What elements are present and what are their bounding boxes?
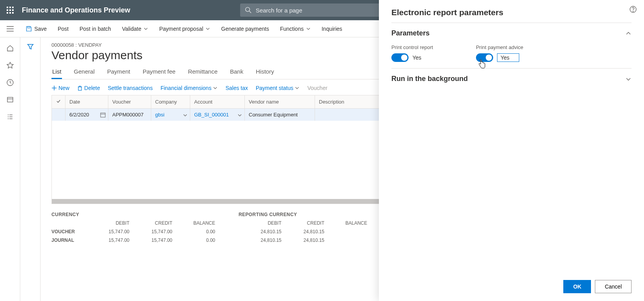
new-button[interactable]: New [51,85,69,91]
tab-payment[interactable]: Payment [106,65,131,79]
svg-rect-2 [12,7,14,8]
delete-button[interactable]: Delete [77,85,100,91]
col-account[interactable]: Account [190,95,245,109]
help-icon[interactable] [629,5,637,14]
inquiries-button[interactable]: Inquiries [316,20,348,37]
payment-status-dropdown[interactable]: Payment status [256,85,300,91]
svg-rect-1 [9,7,11,8]
panel-title: Electronic report parameters [391,8,632,17]
reporting-currency-label: REPORTING CURRENCY [239,212,367,217]
recent-icon[interactable] [2,75,18,90]
svg-rect-26 [78,87,81,90]
chevron-down-icon [306,26,311,31]
col-debit: DEBIT [87,219,129,227]
svg-point-9 [246,7,250,12]
home-icon[interactable] [2,40,18,56]
col-credit-r: CREDIT [281,219,324,227]
svg-rect-16 [7,97,13,102]
print-advice-value: Yes [497,53,519,62]
post-in-batch-button[interactable]: Post in batch [74,20,117,37]
chevron-down-icon [625,76,632,82]
row-voucher: VOUCHER [51,227,87,236]
financial-dimensions-dropdown[interactable]: Financial dimensions [161,85,218,91]
parameters-section-toggle[interactable]: Parameters [391,29,632,37]
col-company[interactable]: Company [151,95,190,109]
chevron-down-icon [205,26,210,31]
chevron-down-icon [213,86,218,90]
col-voucher[interactable]: Voucher [108,95,151,109]
modules-icon[interactable] [2,109,18,125]
voucher-button[interactable]: Voucher [307,85,327,91]
col-balance-r: BALANCE [324,219,367,227]
filter-icon[interactable] [27,43,34,301]
cell-date[interactable]: 6/2/2020 [65,109,108,121]
tab-list[interactable]: List [51,65,62,79]
svg-rect-5 [12,9,14,11]
print-advice-toggle[interactable] [476,53,493,62]
svg-rect-7 [9,12,11,14]
currency-label: CURRENCY [51,212,215,217]
svg-point-32 [633,11,633,11]
svg-rect-0 [7,7,8,8]
svg-rect-8 [12,12,14,14]
chevron-up-icon [625,30,632,37]
cell-vendor-name[interactable]: Consumer Equipment [245,109,315,121]
col-balance: BALANCE [172,219,215,227]
chevron-down-icon[interactable] [183,113,188,118]
chevron-down-icon[interactable] [237,113,242,118]
row-journal: JOURNAL [51,236,87,245]
parameters-panel: Electronic report parameters Parameters … [379,0,644,301]
app-launcher-icon[interactable] [0,0,20,20]
generate-payments-button[interactable]: Generate payments [216,20,274,37]
col-vendor-name[interactable]: Vendor name [245,95,315,109]
print-control-toggle[interactable] [391,53,409,62]
run-background-label: Run in the background [391,75,468,83]
cancel-button[interactable]: Cancel [595,280,632,293]
run-background-section-toggle[interactable]: Run in the background [391,75,632,83]
tab-payment-fee[interactable]: Payment fee [142,65,176,79]
validate-dropdown[interactable]: Validate [117,20,154,37]
settle-transactions-button[interactable]: Settle transactions [108,85,152,91]
chevron-down-icon [143,26,148,31]
parameters-section-label: Parameters [391,29,430,37]
col-date[interactable]: Date [65,95,108,109]
post-button[interactable]: Post [52,20,74,37]
print-advice-label: Print payment advice [476,44,523,50]
col-debit-r: DEBIT [239,219,281,227]
ok-button[interactable]: OK [563,280,591,293]
save-button[interactable]: Save [20,20,52,37]
functions-dropdown[interactable]: Functions [274,20,316,37]
cell-company[interactable]: gbsi [151,109,190,121]
svg-line-10 [249,11,251,13]
calendar-icon[interactable] [100,112,106,118]
tab-bank[interactable]: Bank [229,65,244,79]
workspace-icon[interactable] [2,92,18,107]
star-icon[interactable] [2,58,18,73]
tab-general[interactable]: General [73,65,95,79]
search-icon [245,7,252,15]
tab-remittance[interactable]: Remittance [187,65,218,79]
col-credit: CREDIT [129,219,172,227]
svg-rect-4 [9,9,11,11]
app-title: Finance and Operations Preview [22,6,130,14]
svg-rect-3 [7,9,8,11]
svg-rect-29 [101,113,105,117]
svg-rect-6 [7,12,8,14]
chevron-down-icon [295,86,299,90]
tab-history[interactable]: History [255,65,275,79]
cell-account[interactable]: GB_SI_000001 [190,109,245,121]
sales-tax-button[interactable]: Sales tax [225,85,248,91]
print-control-label: Print control report [391,44,433,50]
print-control-value: Yes [412,55,421,61]
cell-voucher[interactable]: APPM000007 [108,109,151,121]
nav-toggle-icon[interactable] [0,20,20,37]
save-label: Save [34,26,47,32]
payment-proposal-dropdown[interactable]: Payment proposal [154,20,216,37]
select-all-checkbox[interactable] [52,95,65,109]
